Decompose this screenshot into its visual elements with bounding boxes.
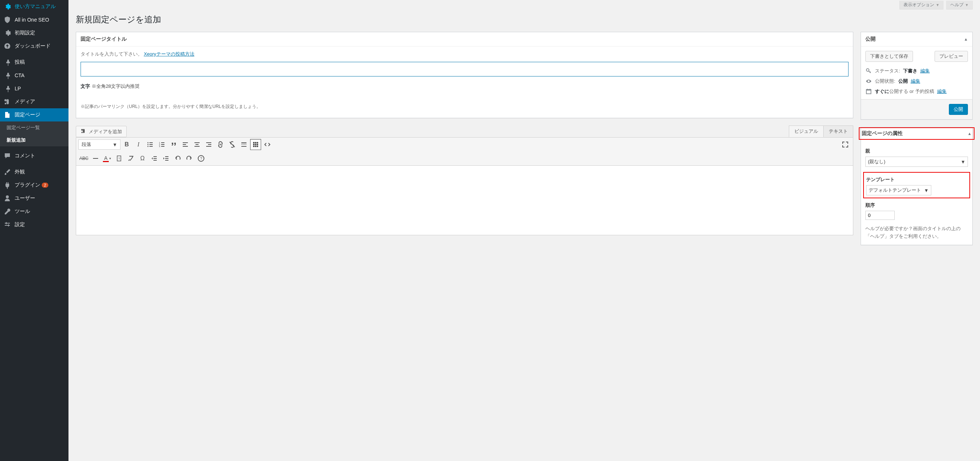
sidebar-item-dashboard[interactable]: ダッシュボード [0, 40, 68, 53]
sidebar-label: ツール [15, 208, 30, 215]
sidebar-label: 固定ページ [15, 112, 40, 118]
plugin-icon [4, 181, 11, 189]
toolbar-toggle-button[interactable] [250, 139, 261, 150]
parent-select[interactable]: (親なし)▼ [865, 157, 968, 167]
indent-button[interactable] [161, 153, 172, 164]
svg-text:T: T [118, 157, 120, 160]
sidebar-item-initial[interactable]: 初期設定 [0, 26, 68, 40]
toggle-icon[interactable]: ▲ [964, 37, 968, 41]
bullet-list-button[interactable] [145, 139, 156, 150]
template-select[interactable]: デフォルトテンプレート▼ [866, 185, 931, 195]
sidebar-item-plugins[interactable]: プラグイン 2 [0, 179, 68, 192]
gear-icon [4, 3, 11, 10]
title-input[interactable] [81, 62, 848, 76]
help-button[interactable]: ? [196, 153, 207, 164]
svg-point-0 [148, 142, 149, 143]
paste-text-button[interactable]: T [113, 153, 124, 164]
align-center-button[interactable] [191, 139, 202, 150]
svg-rect-3 [150, 144, 153, 145]
add-media-button[interactable]: メディアを追加 [76, 126, 127, 137]
page-title: 新規固定ページを追加 [76, 10, 973, 32]
editor-toolbar: 段落▼ B I 123 [76, 137, 853, 166]
submenu-pages-add[interactable]: 新規追加 [0, 134, 68, 146]
svg-rect-15 [194, 142, 200, 143]
tab-text[interactable]: テキスト [823, 125, 853, 137]
toggle-icon[interactable]: ▲ [967, 131, 972, 136]
svg-point-2 [148, 144, 149, 145]
svg-rect-22 [241, 144, 247, 144]
link-button[interactable] [215, 139, 226, 150]
sidebar-label: CTA [15, 73, 24, 78]
svg-rect-19 [208, 144, 211, 145]
edit-schedule-link[interactable]: 編集 [937, 88, 947, 95]
bold-button[interactable]: B [121, 139, 132, 150]
sidebar-item-posts[interactable]: 投稿 [0, 55, 68, 69]
comment-icon [4, 152, 11, 160]
svg-rect-16 [196, 144, 199, 145]
strike-button[interactable]: ABC [78, 153, 89, 164]
sidebar-item-appearance[interactable]: 外観 [0, 165, 68, 179]
italic-button[interactable]: I [133, 139, 144, 150]
code-button[interactable] [262, 139, 273, 150]
more-button[interactable] [239, 139, 250, 150]
sidebar-item-media[interactable]: メディア [0, 95, 68, 108]
sidebar-label: 設定 [15, 221, 25, 228]
number-list-button[interactable]: 123 [156, 139, 167, 150]
tab-visual[interactable]: ビジュアル [789, 125, 824, 137]
sidebar-item-users[interactable]: ユーザー [0, 192, 68, 205]
svg-rect-41 [165, 160, 169, 161]
redo-button[interactable] [184, 153, 195, 164]
undo-button[interactable] [172, 153, 183, 164]
unlink-button[interactable] [227, 139, 238, 150]
sidebar-item-tools[interactable]: ツール [0, 205, 68, 218]
xeory-link[interactable]: Xeoryテーマの投稿方法 [144, 51, 194, 57]
svg-rect-36 [153, 156, 157, 157]
quote-button[interactable] [168, 139, 179, 150]
order-input[interactable] [865, 211, 895, 220]
sidebar-item-settings[interactable]: 設定 [0, 218, 68, 231]
sidebar-item-comments[interactable]: コメント [0, 149, 68, 162]
svg-rect-32 [257, 146, 258, 147]
sidebar-label: プラグイン [15, 182, 40, 189]
sidebar-item-lp[interactable]: LP [0, 82, 68, 95]
screen-options-tab[interactable]: 表示オプション▼ [899, 1, 943, 10]
save-draft-button[interactable]: 下書きとして保存 [865, 51, 913, 62]
parent-label: 親 [865, 148, 968, 154]
edit-status-link[interactable]: 編集 [920, 68, 930, 74]
svg-rect-20 [206, 146, 211, 147]
svg-rect-39 [165, 156, 169, 157]
clear-format-button[interactable] [125, 153, 136, 164]
format-select[interactable]: 段落▼ [78, 139, 121, 150]
submenu-pages-list[interactable]: 固定ページ一覧 [0, 122, 68, 134]
sidebar-item-seo[interactable]: All in One SEO [0, 13, 68, 26]
sidebar-item-pages[interactable]: 固定ページ [0, 108, 68, 122]
align-right-button[interactable] [203, 139, 214, 150]
key-icon [865, 68, 872, 74]
order-label: 順序 [865, 202, 968, 209]
textcolor-button[interactable]: A▼ [102, 153, 113, 164]
title-description: タイトルを入力して下さい。 Xeoryテーマの投稿方法 [81, 51, 848, 57]
svg-rect-18 [206, 142, 211, 143]
help-tab[interactable]: ヘルプ▼ [946, 1, 973, 10]
sidebar-label: 初期設定 [15, 30, 35, 36]
publish-button[interactable]: 公開 [949, 104, 968, 115]
svg-rect-37 [153, 158, 157, 159]
edit-visibility-link[interactable]: 編集 [911, 78, 920, 84]
specialchar-button[interactable]: Ω [137, 153, 148, 164]
align-left-button[interactable] [180, 139, 191, 150]
editor-body[interactable] [76, 166, 853, 235]
hr-button[interactable] [90, 153, 101, 164]
pin-icon [4, 72, 11, 79]
outdent-button[interactable] [149, 153, 160, 164]
svg-rect-9 [161, 144, 164, 145]
fullscreen-button[interactable] [840, 139, 851, 150]
sidebar-item-manual[interactable]: 使い方マニュアル [0, 0, 68, 13]
sidebar-label: LP [15, 86, 21, 92]
sidebar-item-cta[interactable]: CTA [0, 69, 68, 82]
sidebar-label: ダッシュボード [15, 43, 51, 49]
svg-rect-31 [255, 146, 256, 147]
title-heading: 固定ページタイトル [81, 36, 127, 43]
svg-rect-13 [183, 144, 186, 145]
preview-button[interactable]: プレビュー [935, 51, 968, 62]
svg-rect-25 [255, 142, 256, 143]
